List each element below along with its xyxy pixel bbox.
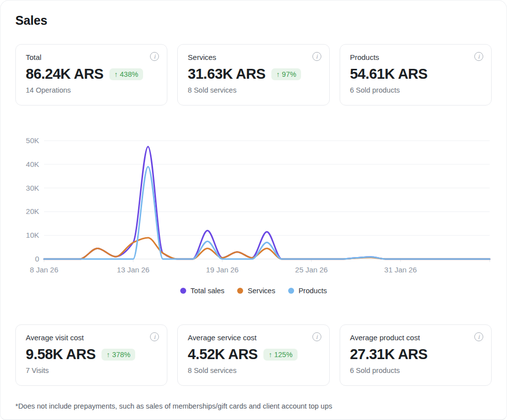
info-glyph: i — [478, 334, 480, 340]
stat-card-average-product-cost: Average product cost i 27.31K ARS 6 Sold… — [340, 324, 492, 386]
summary-cards-top: Total i 86.24K ARS ↑ 438% 14 Operations … — [15, 44, 492, 105]
legend-item-products[interactable]: Products — [288, 287, 327, 295]
stat-card-value: 4.52K ARS — [188, 346, 257, 363]
info-icon[interactable]: i — [150, 332, 159, 341]
stat-card-label: Products — [350, 53, 481, 61]
series-line-products — [44, 167, 490, 259]
sales-chart: 010K20K30K40K50K8 Jan 2613 Jan 2619 Jan … — [0, 127, 507, 296]
stat-card-average-visit-cost: Average visit cost i 9.58K ARS ↑ 378% 7 … — [15, 324, 167, 386]
stat-card-sub: 8 Sold services — [188, 86, 319, 94]
sales-line-chart[interactable]: 010K20K30K40K50K8 Jan 2613 Jan 2619 Jan … — [0, 127, 507, 280]
x-axis-tick-label: 8 Jan 26 — [30, 265, 58, 274]
y-axis-tick-label: 40K — [26, 160, 39, 168]
stat-card-sub: 14 Operations — [26, 86, 157, 94]
stat-card-label: Average service cost — [188, 333, 319, 342]
info-icon[interactable]: i — [150, 52, 159, 61]
info-glyph: i — [154, 334, 156, 340]
stat-card-label: Average visit cost — [26, 333, 157, 342]
x-axis-tick-label: 19 Jan 26 — [206, 265, 239, 274]
stat-card-value: 54.61K ARS — [350, 66, 428, 82]
stat-card-main: 4.52K ARS ↑ 125% — [188, 346, 319, 363]
stat-card-label: Total — [26, 53, 157, 61]
y-axis-tick-label: 0 — [35, 255, 39, 263]
stat-card-value: 9.58K ARS — [26, 346, 96, 363]
footnote: *Does not include prepayments, such as s… — [15, 402, 492, 410]
trend-badge: ↑ 378% — [101, 349, 135, 361]
stat-card-products: Products i 54.61K ARS 6 Sold products — [340, 44, 492, 105]
stat-card-average-service-cost: Average service cost i 4.52K ARS ↑ 125% … — [177, 324, 329, 386]
legend-label: Services — [248, 287, 275, 295]
x-axis-tick-label: 31 Jan 26 — [384, 265, 417, 274]
legend-dot-icon — [288, 288, 294, 294]
trend-badge: ↑ 97% — [271, 68, 301, 80]
trend-badge: ↑ 125% — [263, 349, 297, 361]
info-glyph: i — [154, 54, 156, 59]
stat-card-services: Services i 31.63K ARS ↑ 97% 8 Sold servi… — [177, 44, 329, 105]
stat-card-sub: 6 Sold products — [350, 86, 481, 94]
stat-card-main: 31.63K ARS ↑ 97% — [188, 66, 319, 82]
stat-card-sub: 7 Visits — [26, 367, 157, 374]
legend-item-total-sales[interactable]: Total sales — [180, 287, 225, 295]
series-line-services — [44, 238, 490, 259]
stat-card-sub: 8 Sold services — [188, 367, 319, 374]
info-glyph: i — [478, 54, 480, 59]
stat-card-label: Services — [188, 53, 319, 61]
info-glyph: i — [316, 54, 318, 59]
y-axis-tick-label: 30K — [26, 184, 39, 192]
sales-panel: Sales Total i 86.24K ARS ↑ 438% 14 Opera… — [0, 0, 507, 420]
stat-card-main: 54.61K ARS — [350, 66, 481, 82]
stat-card-value: 27.31K ARS — [350, 346, 428, 363]
legend-dot-icon — [180, 288, 186, 294]
trend-badge: ↑ 438% — [109, 68, 143, 80]
page-title: Sales — [15, 13, 492, 28]
info-icon[interactable]: i — [312, 52, 321, 61]
y-axis-tick-label: 10K — [26, 231, 39, 239]
info-glyph: i — [316, 334, 318, 340]
chart-legend: Total salesServicesProducts — [0, 285, 507, 296]
x-axis-tick-label: 13 Jan 26 — [117, 265, 150, 274]
stat-card-total: Total i 86.24K ARS ↑ 438% 14 Operations — [15, 44, 167, 105]
legend-label: Total sales — [191, 287, 225, 295]
legend-item-services[interactable]: Services — [237, 287, 275, 295]
info-icon[interactable]: i — [474, 52, 483, 61]
y-axis-tick-label: 50K — [26, 136, 39, 145]
stat-card-main: 86.24K ARS ↑ 438% — [26, 66, 157, 82]
info-icon[interactable]: i — [312, 332, 321, 341]
x-axis-tick-label: 25 Jan 26 — [295, 265, 328, 274]
stat-card-main: 27.31K ARS — [350, 346, 481, 363]
stat-card-value: 31.63K ARS — [188, 66, 265, 82]
stat-card-main: 9.58K ARS ↑ 378% — [26, 346, 157, 363]
summary-cards-bottom: Average visit cost i 9.58K ARS ↑ 378% 7 … — [15, 324, 492, 386]
legend-dot-icon — [237, 288, 243, 294]
legend-label: Products — [299, 287, 327, 295]
info-icon[interactable]: i — [474, 332, 483, 341]
stat-card-label: Average product cost — [350, 333, 481, 342]
stat-card-sub: 6 Sold products — [350, 367, 481, 374]
y-axis-tick-label: 20K — [26, 207, 39, 215]
stat-card-value: 86.24K ARS — [26, 66, 103, 82]
